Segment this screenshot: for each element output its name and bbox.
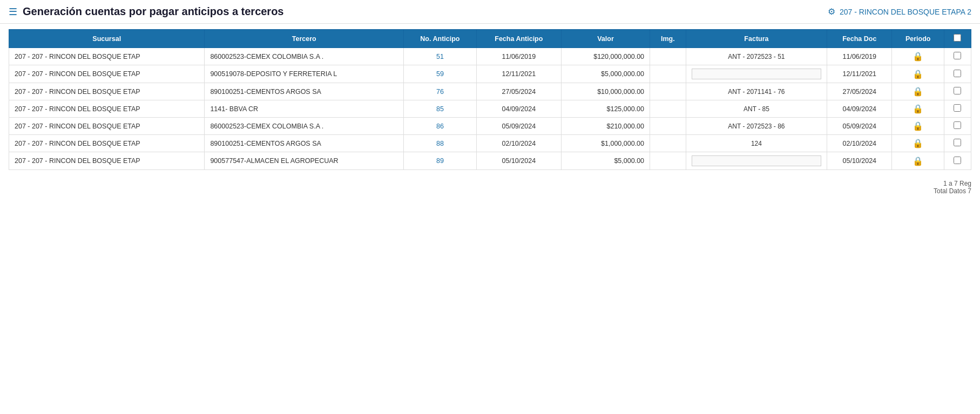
company-label: 207 - RINCON DEL BOSQUE ETAPA 2 xyxy=(840,8,971,16)
cell-factura[interactable] xyxy=(686,65,827,83)
cell-no-anticipo[interactable]: 59 xyxy=(404,65,476,83)
header: ☰ Generación cuentas por pagar anticipos… xyxy=(0,0,980,24)
col-sucursal: Sucursal xyxy=(9,30,205,48)
menu-icon[interactable]: ☰ xyxy=(9,6,17,18)
cell-no-anticipo[interactable]: 88 xyxy=(404,135,476,152)
col-no-anticipo: No. Anticipo xyxy=(404,30,476,48)
row-checkbox[interactable] xyxy=(954,157,961,164)
cell-tercero: 900519078-DEPOSITO Y FERRETERIA L xyxy=(205,65,404,83)
gear-icon[interactable]: ⚙ xyxy=(828,6,835,17)
anticipo-link[interactable]: 59 xyxy=(436,70,444,78)
lock-icon: 🔒 xyxy=(913,104,923,113)
cell-no-anticipo[interactable]: 76 xyxy=(404,83,476,100)
cell-fecha-doc: 05/09/2024 xyxy=(827,118,892,135)
cell-periodo[interactable]: 🔒 xyxy=(892,48,944,65)
cell-fecha-anticipo: 27/05/2024 xyxy=(476,83,561,100)
col-tercero: Tercero xyxy=(205,30,404,48)
factura-value: 124 xyxy=(751,140,762,147)
col-factura: Factura xyxy=(686,30,827,48)
anticipo-link[interactable]: 86 xyxy=(436,123,444,130)
cell-tercero: 1141- BBVA CR xyxy=(205,100,404,118)
cell-tercero: 860002523-CEMEX COLOMBIA S.A . xyxy=(205,118,404,135)
cell-img xyxy=(650,152,686,170)
cell-checkbox[interactable] xyxy=(944,135,971,152)
cell-tercero: 890100251-CEMENTOS ARGOS SA xyxy=(205,135,404,152)
cell-factura: ANT - 2072523 - 86 xyxy=(686,118,827,135)
cell-factura[interactable] xyxy=(686,152,827,170)
cell-sucursal: 207 - 207 - RINCON DEL BOSQUE ETAP xyxy=(9,83,205,100)
cell-fecha-anticipo: 04/09/2024 xyxy=(476,100,561,118)
cell-sucursal: 207 - 207 - RINCON DEL BOSQUE ETAP xyxy=(9,118,205,135)
cell-no-anticipo[interactable]: 51 xyxy=(404,48,476,65)
cell-fecha-doc: 11/06/2019 xyxy=(827,48,892,65)
table-row: 207 - 207 - RINCON DEL BOSQUE ETAP 90057… xyxy=(9,152,971,170)
cell-checkbox[interactable] xyxy=(944,118,971,135)
row-checkbox[interactable] xyxy=(954,70,961,77)
cell-checkbox[interactable] xyxy=(944,48,971,65)
factura-value: ANT - 2072523 - 86 xyxy=(728,123,785,130)
factura-value: ANT - 85 xyxy=(744,105,769,113)
cell-periodo[interactable]: 🔒 xyxy=(892,152,944,170)
cell-no-anticipo[interactable]: 85 xyxy=(404,100,476,118)
row-checkbox[interactable] xyxy=(954,52,961,59)
cell-checkbox[interactable] xyxy=(944,152,971,170)
cell-fecha-anticipo: 12/11/2021 xyxy=(476,65,561,83)
cell-factura: 124 xyxy=(686,135,827,152)
main-table: Sucursal Tercero No. Anticipo Fecha Anti… xyxy=(9,29,971,170)
table-row: 207 - 207 - RINCON DEL BOSQUE ETAP 90051… xyxy=(9,65,971,83)
factura-value: ANT - 2071141 - 76 xyxy=(728,88,785,96)
table-row: 207 - 207 - RINCON DEL BOSQUE ETAP 89010… xyxy=(9,135,971,152)
anticipo-link[interactable]: 88 xyxy=(436,140,444,147)
cell-periodo[interactable]: 🔒 xyxy=(892,135,944,152)
anticipo-link[interactable]: 85 xyxy=(436,105,444,113)
cell-checkbox[interactable] xyxy=(944,100,971,118)
col-fecha-doc: Fecha Doc xyxy=(827,30,892,48)
select-all-checkbox[interactable] xyxy=(954,34,961,42)
cell-img xyxy=(650,65,686,83)
lock-icon: 🔒 xyxy=(913,139,923,148)
cell-periodo[interactable]: 🔒 xyxy=(892,100,944,118)
cell-checkbox[interactable] xyxy=(944,83,971,100)
cell-sucursal: 207 - 207 - RINCON DEL BOSQUE ETAP xyxy=(9,65,205,83)
cell-factura: ANT - 2071141 - 76 xyxy=(686,83,827,100)
anticipo-link[interactable]: 89 xyxy=(436,157,444,165)
lock-icon: 🔒 xyxy=(913,70,923,79)
table-row: 207 - 207 - RINCON DEL BOSQUE ETAP 86000… xyxy=(9,118,971,135)
cell-valor: $1,000,000.00 xyxy=(561,135,650,152)
cell-periodo[interactable]: 🔒 xyxy=(892,83,944,100)
lock-icon: 🔒 xyxy=(913,157,923,166)
cell-fecha-anticipo: 11/06/2019 xyxy=(476,48,561,65)
cell-valor: $125,000.00 xyxy=(561,100,650,118)
anticipo-link[interactable]: 76 xyxy=(436,88,444,96)
cell-img xyxy=(650,118,686,135)
row-checkbox[interactable] xyxy=(954,121,961,129)
pagination: 1 a 7 Reg Total Datos 7 xyxy=(0,175,980,199)
factura-input[interactable] xyxy=(692,155,821,166)
anticipo-link[interactable]: 51 xyxy=(436,53,444,60)
col-periodo: Periodo xyxy=(892,30,944,48)
cell-fecha-doc: 02/10/2024 xyxy=(827,135,892,152)
cell-checkbox[interactable] xyxy=(944,65,971,83)
cell-valor: $10,000,000.00 xyxy=(561,83,650,100)
cell-no-anticipo[interactable]: 89 xyxy=(404,152,476,170)
factura-value: ANT - 2072523 - 51 xyxy=(728,53,785,60)
factura-input[interactable] xyxy=(692,69,821,79)
col-img: Img. xyxy=(650,30,686,48)
cell-periodo[interactable]: 🔒 xyxy=(892,118,944,135)
cell-periodo[interactable]: 🔒 xyxy=(892,65,944,83)
row-checkbox[interactable] xyxy=(954,139,961,146)
col-checkbox-header[interactable] xyxy=(944,30,971,48)
cell-fecha-doc: 12/11/2021 xyxy=(827,65,892,83)
header-right: ⚙ 207 - RINCON DEL BOSQUE ETAPA 2 xyxy=(828,6,971,17)
table-header-row: Sucursal Tercero No. Anticipo Fecha Anti… xyxy=(9,30,971,48)
col-valor: Valor xyxy=(561,30,650,48)
row-checkbox[interactable] xyxy=(954,87,961,94)
row-checkbox[interactable] xyxy=(954,104,961,112)
table-body: 207 - 207 - RINCON DEL BOSQUE ETAP 86000… xyxy=(9,48,971,170)
header-left: ☰ Generación cuentas por pagar anticipos… xyxy=(9,5,284,18)
cell-no-anticipo[interactable]: 86 xyxy=(404,118,476,135)
cell-valor: $120,000,000.00 xyxy=(561,48,650,65)
table-row: 207 - 207 - RINCON DEL BOSQUE ETAP 1141-… xyxy=(9,100,971,118)
cell-sucursal: 207 - 207 - RINCON DEL BOSQUE ETAP xyxy=(9,152,205,170)
cell-img xyxy=(650,83,686,100)
